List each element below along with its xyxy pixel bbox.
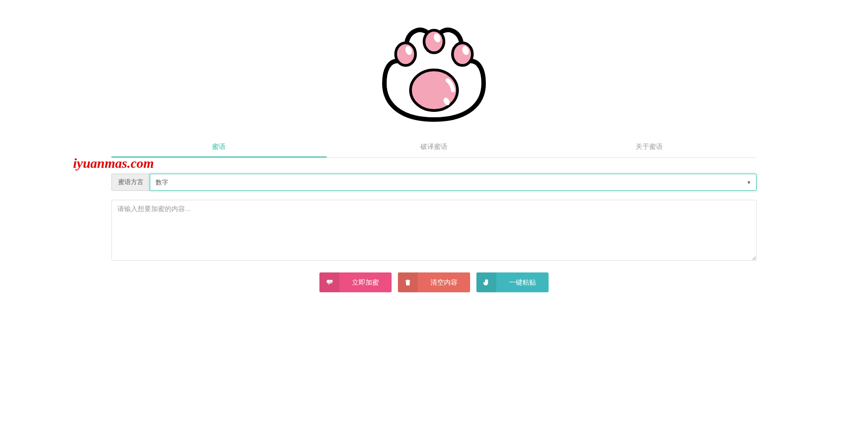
svg-point-2 [424,30,444,53]
heartbeat-icon [319,272,339,292]
paste-button[interactable]: 一键粘贴 [476,272,549,292]
clear-button[interactable]: 清空内容 [398,272,470,292]
tab-decrypt[interactable]: 破译蜜语 [327,137,542,157]
encrypt-button[interactable]: 立即加蜜 [319,272,392,292]
dialect-select[interactable]: 数字 [150,174,757,191]
tab-about[interactable]: 关于蜜语 [541,137,757,157]
tabs: 蜜语 破译蜜语 关于蜜语 [111,137,757,158]
paste-button-label: 一键粘贴 [496,278,549,287]
content-textarea[interactable] [111,200,757,261]
trash-icon [398,272,418,292]
encrypt-button-label: 立即加蜜 [339,278,392,287]
form-section: 蜜语方言 数字 ▼ 立即加蜜 清空内容 [111,174,757,292]
logo-section [111,0,757,133]
hand-icon [476,272,496,292]
clear-button-label: 清空内容 [418,278,470,287]
paw-logo [373,0,495,128]
tab-miyu[interactable]: 蜜语 [111,137,327,157]
watermark-text: iyuanmas.com [73,156,154,171]
svg-point-6 [411,70,457,111]
button-row: 立即加蜜 清空内容 一键粘贴 [111,272,757,292]
dialect-label: 蜜语方言 [111,174,150,191]
dialect-group: 蜜语方言 数字 ▼ [111,174,757,191]
svg-point-4 [452,43,472,65]
svg-point-0 [396,43,416,65]
